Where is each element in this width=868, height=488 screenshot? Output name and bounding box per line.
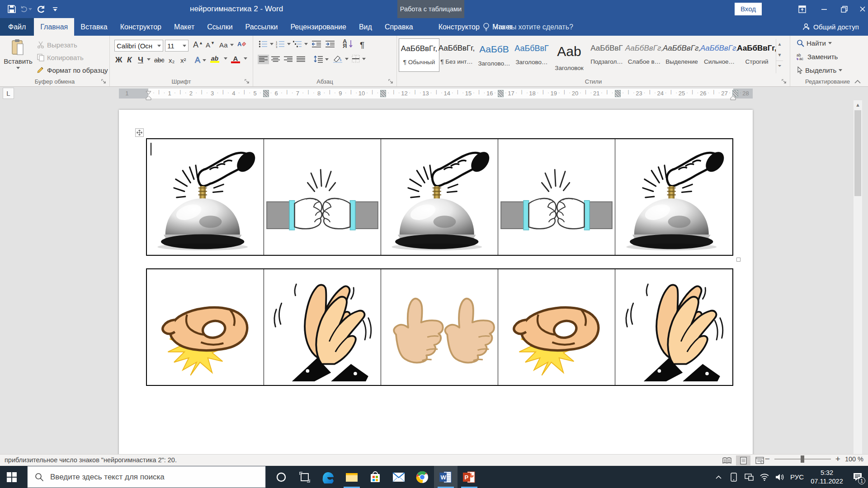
store-app-icon[interactable]: [363, 466, 387, 488]
line-spacing-button[interactable]: [314, 56, 329, 63]
tab-файл[interactable]: Файл: [0, 18, 34, 36]
table2-cell-3-thumbs[interactable]: [381, 269, 498, 385]
table1-cell-2-fistbump[interactable]: [264, 139, 381, 255]
style-item-1[interactable]: АаБбВвГг,¶ Обычный: [399, 38, 439, 72]
cut-button[interactable]: Вырезать: [37, 41, 77, 49]
vertical-scrollbar[interactable]: ▲: [854, 100, 862, 454]
tab-конструктор[interactable]: Конструктор: [114, 18, 168, 36]
table2-cell-5-clap[interactable]: [615, 269, 732, 385]
styles-more-icon[interactable]: ⏷: [776, 61, 783, 71]
superscript-button[interactable]: x²: [180, 56, 186, 64]
chrome-app-icon[interactable]: [410, 466, 434, 488]
justify-button[interactable]: [297, 56, 305, 63]
save-icon[interactable]: [6, 3, 18, 15]
format-painter-button[interactable]: Формат по образцу: [37, 66, 108, 74]
tab-вид[interactable]: Вид: [353, 18, 378, 36]
styles-scroll-down-icon[interactable]: ▼: [776, 50, 783, 61]
align-left-button[interactable]: [258, 55, 269, 64]
numbering-button[interactable]: 123: [276, 40, 291, 48]
change-case-button[interactable]: Аа: [219, 41, 234, 49]
table1-cell-3-bell[interactable]: [381, 139, 498, 255]
share-button[interactable]: Общий доступ: [802, 18, 859, 36]
task-view-button[interactable]: [293, 466, 316, 488]
zoom-slider-handle[interactable]: [801, 455, 804, 463]
start-button[interactable]: [0, 466, 24, 488]
language-indicator[interactable]: РУС: [788, 473, 807, 481]
contextual-tab-конструктор-0[interactable]: Конструктор: [432, 18, 486, 36]
your-phone-icon[interactable]: [726, 466, 741, 488]
zoom-slider[interactable]: [774, 459, 831, 460]
hruler-column-marker-2[interactable]: [380, 90, 386, 97]
style-item-10[interactable]: АаБбВвГг,Строгий: [736, 38, 777, 72]
minimize-button[interactable]: [814, 0, 834, 18]
action-center-button[interactable]: 1: [847, 466, 868, 488]
copy-button[interactable]: Копировать: [37, 54, 84, 61]
style-item-6[interactable]: АаБбВвГПодзагол…: [586, 38, 627, 72]
tab-главная[interactable]: Главная: [34, 18, 74, 36]
sign-in-button[interactable]: Вход: [735, 3, 762, 15]
tray-chevron-icon[interactable]: [711, 466, 726, 488]
decrease-indent-button[interactable]: [312, 40, 321, 48]
font-dialog-launcher[interactable]: [245, 78, 251, 84]
zoom-level[interactable]: 100 %: [845, 455, 863, 463]
style-item-9[interactable]: АаБбВвГг,Сильное…: [699, 38, 740, 72]
style-item-3[interactable]: АаБбВЗаголово…: [474, 38, 514, 72]
font-color-button[interactable]: А: [231, 55, 240, 63]
taskbar-search-box[interactable]: Введите здесь текст для поиска: [27, 466, 266, 488]
table2-cell-2-clap[interactable]: [264, 269, 381, 385]
table1-cell-1-bell[interactable]: [147, 139, 264, 255]
font-size-combo[interactable]: 11: [165, 40, 189, 52]
hruler-column-marker-1[interactable]: [263, 90, 269, 97]
style-item-4[interactable]: АаБбВвГЗаголово…: [511, 38, 552, 72]
underline-caret[interactable]: [147, 58, 151, 61]
hruler-column-marker-3[interactable]: [498, 90, 504, 97]
italic-button[interactable]: К: [127, 56, 132, 65]
word-app-icon[interactable]: W: [434, 466, 458, 488]
grow-font-button[interactable]: А▲: [193, 40, 203, 50]
clock[interactable]: 5:32 07.11.2022: [807, 469, 847, 486]
highlight-button[interactable]: ab: [210, 55, 219, 63]
scroll-up-icon[interactable]: ▲: [854, 102, 861, 108]
tell-me-box[interactable]: Что вы хотите сделать?: [483, 18, 573, 36]
file-explorer-app-icon[interactable]: [340, 466, 363, 488]
tab-макет[interactable]: Макет: [168, 18, 201, 36]
text-effects-button[interactable]: А: [195, 56, 206, 65]
table-move-handle[interactable]: [135, 128, 144, 137]
clear-format-button[interactable]: А: [237, 40, 246, 48]
strikethrough-button[interactable]: abc: [154, 56, 165, 64]
paragraph-dialog-launcher[interactable]: [388, 78, 395, 84]
mail-app-icon[interactable]: [387, 466, 410, 488]
hruler-column-marker-4[interactable]: [615, 90, 621, 97]
redo-icon[interactable]: [35, 3, 47, 15]
subscript-button[interactable]: x₂: [169, 56, 175, 64]
styles-dialog-launcher[interactable]: [782, 78, 788, 84]
table1-cell-5-bell[interactable]: [615, 139, 732, 255]
close-button[interactable]: [853, 0, 868, 18]
ribbon-display-options-icon[interactable]: [792, 0, 812, 18]
wifi-icon[interactable]: [757, 466, 772, 488]
find-button[interactable]: Найти: [797, 39, 832, 47]
show-marks-button[interactable]: ¶: [360, 40, 364, 50]
restore-button[interactable]: [834, 0, 854, 18]
print-layout-button[interactable]: [736, 455, 750, 465]
tab-рецензирование[interactable]: Рецензирование: [284, 18, 353, 36]
replace-button[interactable]: abac Заменить: [797, 53, 838, 61]
tab-ссылки[interactable]: Ссылки: [201, 18, 239, 36]
font-name-combo[interactable]: Calibri (Осн: [114, 40, 163, 52]
clipboard-dialog-launcher[interactable]: [101, 78, 108, 84]
style-item-5[interactable]: АabЗаголовок: [549, 38, 590, 72]
table1-cell-4-fistbump[interactable]: [498, 139, 615, 255]
scrollbar-thumb[interactable]: [854, 110, 861, 196]
underline-button[interactable]: Ч: [138, 56, 143, 65]
shrink-font-button[interactable]: А▼: [206, 41, 215, 49]
cortana-button[interactable]: [269, 466, 293, 488]
table2-cell-1-fistpunch[interactable]: [147, 269, 264, 385]
increase-indent-button[interactable]: [326, 40, 335, 48]
table-resize-handle[interactable]: [736, 258, 741, 262]
zoom-in-button[interactable]: +: [835, 457, 840, 461]
edge-app-icon[interactable]: [316, 466, 340, 488]
bullets-button[interactable]: [259, 40, 274, 48]
collapse-ribbon-icon[interactable]: [854, 77, 861, 85]
horizontal-ruler[interactable]: 11·|·2·|·3·|·4·|·5·|·6·|·7·|·8·|·9·|·10·…: [119, 89, 753, 99]
volume-icon[interactable]: [772, 466, 788, 488]
